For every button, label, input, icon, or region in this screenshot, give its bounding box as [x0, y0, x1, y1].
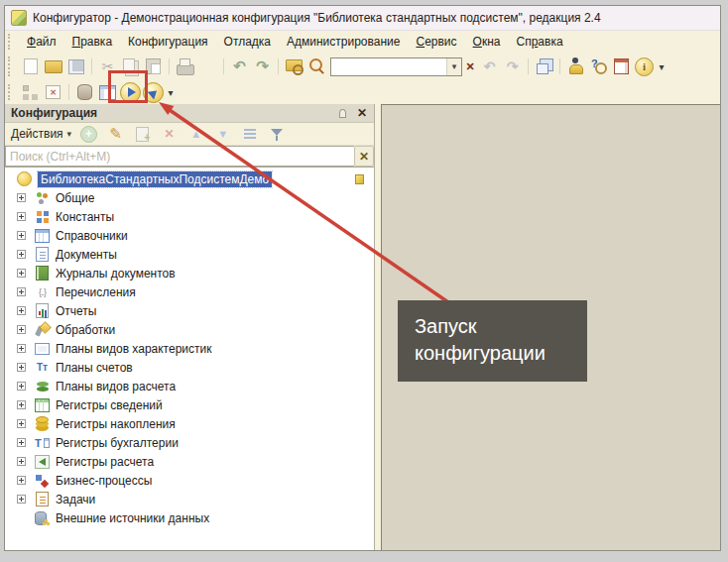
expand-icon[interactable] — [17, 287, 26, 296]
redo-icon[interactable] — [251, 56, 274, 77]
tree-item[interactable]: Документы — [5, 245, 374, 264]
tree-item-label: Обработки — [56, 323, 115, 337]
delete-icon[interactable] — [158, 123, 181, 145]
menubar-grip[interactable] — [8, 34, 15, 49]
expand-icon[interactable] — [17, 400, 26, 409]
tree-item[interactable]: Задачи — [5, 490, 374, 508]
expand-icon[interactable] — [17, 250, 26, 259]
configuration-panel-header: Конфигурация ✕ — [5, 104, 374, 123]
menu-item[interactable]: Окна — [465, 33, 509, 51]
combobox-dropdown-icon[interactable]: ▾ — [446, 58, 461, 75]
expand-icon[interactable] — [17, 344, 26, 353]
print-icon[interactable] — [174, 56, 196, 77]
expand-icon[interactable] — [17, 438, 26, 447]
add-copy-icon[interactable] — [131, 123, 154, 145]
forward-icon[interactable] — [501, 56, 524, 77]
tree-item[interactable]: Отчеты — [5, 301, 374, 320]
menu-item[interactable]: Правка — [64, 33, 121, 51]
expand-icon[interactable] — [17, 363, 26, 372]
tree-root-label[interactable]: БиблиотекаСтандартныхПодсистемДемо — [38, 171, 272, 187]
expand-icon[interactable] — [17, 476, 26, 485]
expand-icon[interactable] — [17, 495, 26, 504]
menubar: Файл Правка Конфигурация Отладка Админис… — [5, 31, 720, 53]
tree-item[interactable]: Константы — [5, 207, 374, 226]
cut-icon[interactable] — [96, 56, 119, 77]
windows-icon[interactable] — [533, 56, 555, 77]
combobox-clear-icon[interactable]: ✕ — [462, 60, 478, 73]
tree-item[interactable]: Регистры сведений — [5, 395, 374, 414]
move-down-icon[interactable] — [211, 123, 234, 145]
menu-item[interactable]: Файл — [19, 33, 64, 51]
menu-item[interactable]: Администрирование — [279, 33, 408, 51]
paste-icon[interactable] — [142, 56, 165, 77]
close-config-icon[interactable] — [42, 81, 64, 103]
expand-icon[interactable] — [17, 231, 26, 240]
copy-icon[interactable] — [119, 56, 142, 77]
edit-icon[interactable] — [104, 123, 127, 145]
undo-icon[interactable] — [228, 56, 251, 77]
panel-close-icon[interactable]: ✕ — [354, 106, 370, 120]
expand-icon[interactable] — [17, 457, 26, 466]
menu-item[interactable]: Сервис — [408, 33, 464, 51]
add-icon[interactable] — [77, 123, 100, 145]
tree-item[interactable]: Планы видов расчета — [5, 377, 374, 395]
tree-root-item[interactable]: БиблиотекаСтандартныхПодсистемДемо — [5, 169, 374, 188]
menu-item[interactable]: Отладка — [216, 33, 279, 51]
tree-item[interactable]: Журналы документов — [5, 264, 374, 282]
expand-icon[interactable] — [17, 382, 26, 391]
expand-icon[interactable] — [17, 306, 26, 315]
cube-badge-icon — [355, 174, 364, 184]
back-icon[interactable] — [478, 56, 501, 77]
update-db-icon[interactable] — [142, 81, 165, 103]
tree-item[interactable]: Внешние источники данных — [5, 508, 374, 527]
main-toolbar-grip[interactable] — [8, 56, 15, 76]
search-folder-icon[interactable] — [283, 56, 305, 77]
run-icon[interactable] — [119, 81, 142, 103]
quick-search-input[interactable] — [331, 59, 446, 74]
db-config-icon[interactable] — [73, 81, 96, 103]
save-icon[interactable] — [64, 56, 87, 77]
expand-icon[interactable] — [17, 193, 26, 202]
expand-icon[interactable] — [17, 325, 26, 334]
tree-search-input[interactable] — [5, 146, 354, 167]
syntax-assistant-icon[interactable] — [564, 56, 587, 77]
tree-item[interactable]: Регистры накопления — [5, 414, 374, 433]
search-clear-icon[interactable]: ✕ — [354, 146, 374, 167]
tree-item[interactable]: Планы видов характеристик — [5, 339, 374, 358]
syntax-check-icon[interactable] — [587, 56, 610, 77]
menu-item[interactable]: Справка — [508, 33, 570, 51]
pin-icon[interactable] — [339, 109, 346, 118]
tree-item[interactable]: Регистры расчета — [5, 452, 374, 471]
toolbar-separator — [524, 56, 533, 77]
tree-item[interactable]: Бизнес-процессы — [5, 471, 374, 490]
tree-item[interactable]: Обработки — [5, 320, 374, 339]
search-icon[interactable] — [305, 56, 328, 77]
tree-item[interactable]: Регистры бухгалтерии — [5, 433, 374, 452]
menu-item[interactable]: Конфигурация — [120, 33, 216, 51]
dropdown-caret[interactable] — [165, 81, 177, 103]
expand-icon[interactable] — [17, 419, 26, 428]
quick-search-combobox[interactable]: ▾ — [330, 57, 462, 76]
tree-item[interactable]: Перечисления — [5, 282, 374, 301]
template-icon[interactable] — [610, 56, 633, 77]
new-file-icon[interactable] — [19, 56, 42, 77]
move-up-icon[interactable] — [184, 123, 207, 145]
filter-icon[interactable] — [265, 123, 288, 145]
tree-item[interactable]: Справочники — [5, 226, 374, 245]
expand-icon[interactable] — [17, 212, 26, 221]
info-icon[interactable] — [633, 56, 656, 77]
actions-menu-button[interactable]: Действия — [7, 125, 75, 143]
dropdown-caret[interactable] — [656, 56, 667, 77]
print-preview-icon[interactable] — [196, 56, 219, 77]
configuration-panel: Конфигурация ✕ Действия ✕ БиблиотекаС — [5, 104, 375, 550]
tree-item[interactable]: Планы счетов — [5, 358, 374, 377]
configuration-toolbar-grip[interactable] — [8, 84, 15, 101]
form-icon[interactable] — [96, 81, 119, 103]
open-config-icon[interactable] — [19, 81, 42, 103]
sort-icon[interactable] — [238, 123, 261, 145]
expand-icon[interactable] — [17, 269, 26, 278]
open-file-icon[interactable] — [42, 56, 64, 77]
accumulation-registers-icon — [35, 416, 50, 431]
tree-item[interactable]: Общие — [5, 188, 374, 207]
main-toolbar: ▾ ✕ — [5, 53, 720, 80]
